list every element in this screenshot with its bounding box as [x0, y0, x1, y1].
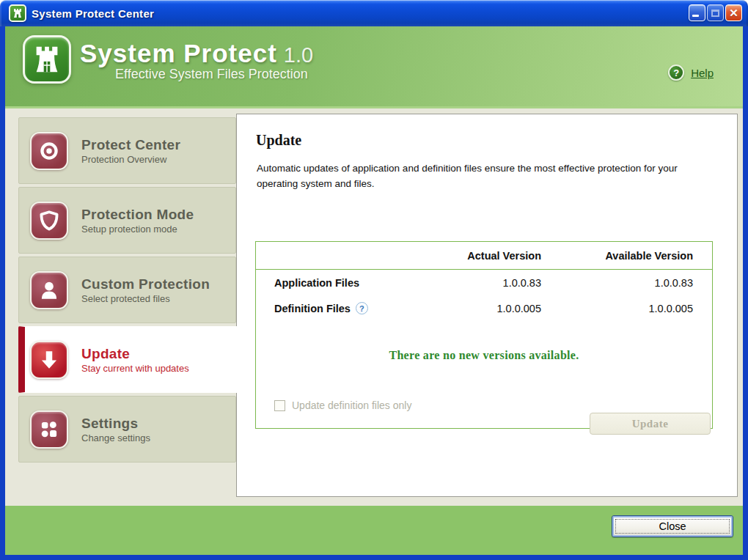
brand-block: System Protect 1.0 Effective System File… — [80, 39, 313, 82]
definition-files-help-icon[interactable]: ? — [356, 302, 368, 314]
sidebar-item-subtitle: Setup protection mode — [81, 224, 194, 235]
sidebar-item-subtitle: Change settings — [81, 432, 150, 443]
checkbox-label: Update definition files only — [292, 399, 411, 411]
actual-version-value: 1.0.0.83 — [418, 277, 541, 289]
page-description: Automatic updates of application and def… — [257, 161, 686, 191]
maximize-button[interactable] — [707, 4, 724, 21]
close-button[interactable]: Close — [612, 515, 733, 537]
sidebar-item-settings[interactable]: Settings Change settings — [18, 396, 236, 463]
puzzle-icon — [30, 410, 68, 449]
update-definition-only-checkbox[interactable] — [274, 400, 285, 411]
sidebar-item-protection-mode[interactable]: Protection Mode Setup protection mode — [18, 187, 236, 254]
app-window: System Protect Center ✕ System Protect 1… — [0, 0, 748, 560]
sidebar-item-title: Protection Mode — [81, 207, 194, 223]
table-header-row: Actual Version Available Version — [256, 242, 712, 270]
sidebar-item-title: Settings — [81, 416, 150, 432]
close-window-button[interactable]: ✕ — [725, 4, 742, 21]
shield-icon — [30, 202, 68, 240]
update-button[interactable]: Update — [590, 413, 711, 435]
minimize-button[interactable] — [689, 4, 705, 21]
sidebar-item-subtitle: Stay current with updates — [81, 363, 189, 374]
sidebar-item-custom-protection[interactable]: Custom Protection Select protected files — [18, 257, 236, 323]
row-label: Application Files — [274, 277, 418, 289]
version-table: Actual Version Available Version Applica… — [255, 241, 713, 429]
sidebar-item-title: Update — [81, 346, 189, 362]
column-header-actual-version: Actual Version — [418, 250, 541, 262]
user-icon — [30, 271, 68, 309]
help-label: Help — [691, 67, 714, 79]
header-banner: System Protect 1.0 Effective System File… — [5, 26, 743, 108]
sidebar-item-subtitle: Select protected files — [81, 293, 210, 304]
status-message: There are no new versions available. — [256, 349, 712, 362]
sidebar-item-update[interactable]: Update Stay current with updates — [18, 326, 240, 393]
available-version-value: 1.0.0.005 — [541, 303, 693, 314]
app-tagline: Effective System Files Protection — [115, 67, 313, 82]
sidebar-item-title: Protect Center — [81, 137, 180, 153]
window-title: System Protect Center — [32, 7, 154, 20]
sidebar-item-protect-center[interactable]: Protect Center Protection Overview — [18, 117, 236, 184]
app-version: 1.0 — [284, 43, 313, 67]
close-icon: ✕ — [729, 7, 738, 18]
footer-bar: Close — [5, 506, 743, 555]
download-arrow-icon — [30, 341, 68, 379]
castle-logo-icon — [23, 35, 71, 84]
maximize-icon — [711, 10, 719, 17]
column-header-blank — [274, 250, 418, 262]
sidebar-item-subtitle: Protection Overview — [81, 154, 180, 165]
row-label: Definition Files ? — [274, 302, 418, 314]
titlebar: System Protect Center ✕ — [0, 0, 748, 26]
sidebar-nav: Protect Center Protection Overview Prote… — [18, 117, 240, 465]
table-row-definition-files: Definition Files ? 1.0.0.005 1.0.0.005 — [256, 295, 712, 321]
actual-version-value: 1.0.0.005 — [418, 303, 541, 314]
minimize-icon — [692, 15, 699, 17]
help-link[interactable]: ? Help — [668, 65, 714, 81]
sidebar-item-title: Custom Protection — [81, 276, 210, 292]
update-definition-only-option: Update definition files only — [274, 399, 411, 411]
help-icon: ? — [668, 65, 684, 81]
available-version-value: 1.0.0.83 — [541, 277, 693, 289]
window-body: System Protect 1.0 Effective System File… — [0, 26, 748, 560]
app-name: System Protect — [80, 39, 277, 68]
page-title: Update — [256, 132, 737, 149]
update-panel: Update Automatic updates of application … — [236, 114, 738, 497]
table-row-application-files: Application Files 1.0.0.83 1.0.0.83 — [256, 270, 712, 295]
column-header-available-version: Available Version — [541, 250, 693, 262]
castle-app-icon — [9, 4, 26, 22]
target-icon — [30, 132, 68, 170]
window-controls: ✕ — [689, 4, 742, 21]
close-button-label: Close — [659, 520, 686, 532]
